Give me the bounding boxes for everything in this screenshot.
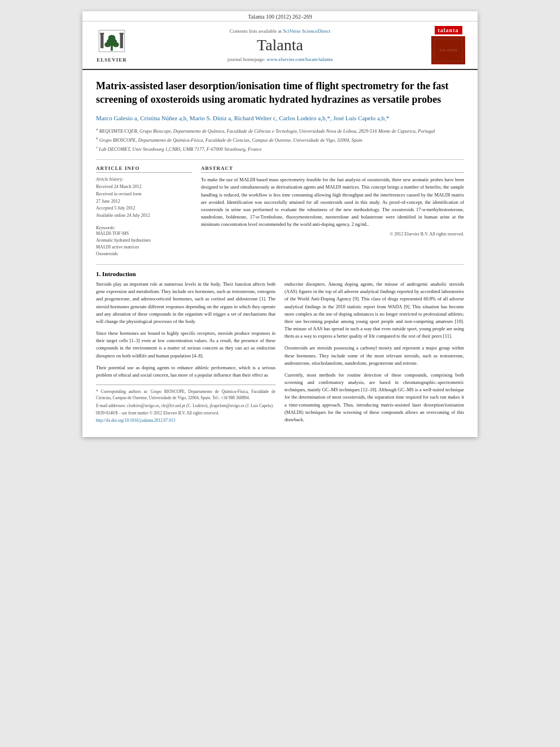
divider-2: [96, 264, 464, 265]
svg-text:TALANTA: TALANTA: [439, 48, 457, 53]
svg-point-4: [113, 42, 119, 47]
journal-reference: Talanta 100 (2012) 262–269: [248, 14, 312, 20]
affil-sup-a: a: [96, 127, 98, 132]
journal-page: Talanta 100 (2012) 262–269: [82, 11, 478, 437]
intro-number: 1.: [96, 270, 100, 277]
intro-right-col: endocrine disrupters. Among doping agent…: [285, 281, 464, 428]
sciverse-link[interactable]: SciVerse ScienceDirect: [283, 28, 330, 34]
intro-left-col: Steroids play an important role at numer…: [96, 281, 275, 428]
sciverse-line: Contents lists available at SciVerse Sci…: [134, 28, 426, 34]
affil-text-a: REQUIMTE/CQFB, Grupo Bioscope, Departame…: [99, 128, 435, 134]
elsevier-logo: ELSEVIER: [89, 28, 134, 63]
affil-text-c: Lab DECOMET, Univ Strasbourg 1,CNRS, UMR…: [99, 146, 261, 151]
affiliation-b: b Grupo BIOSCOPE, Departamento de Químic…: [96, 136, 464, 144]
abstract-text: To make the use of MALDI-based mass spec…: [201, 176, 464, 228]
intro-heading: 1. Introduction: [96, 270, 464, 277]
doi-link[interactable]: http://dx.doi.org/10.1016/j.talanta.2012…: [96, 418, 175, 423]
info-abstract-section: ARTICLE INFO Article history: Received 2…: [96, 165, 464, 257]
history-label: Article history:: [96, 176, 192, 184]
received-date: Received 24 March 2012: [96, 184, 192, 191]
article-info-label: ARTICLE INFO: [96, 165, 192, 173]
intro-right-para-3: Currently, most methods for routine dete…: [285, 372, 464, 423]
intro-right-para-1: endocrine disrupters. Among doping agent…: [285, 281, 464, 340]
svg-point-3: [104, 42, 111, 47]
keyword-3: MALDI active matrices: [96, 244, 192, 251]
journal-reference-bar: Talanta 100 (2012) 262–269: [82, 11, 478, 21]
affiliations: a REQUIMTE/CQFB, Grupo Bioscope, Departa…: [96, 127, 464, 152]
elsevier-tree-icon: [95, 28, 129, 56]
homepage-label: journal homepage:: [228, 56, 265, 62]
keyword-1: MALDI-TOF-MS: [96, 230, 192, 237]
affil-sup-b: b: [96, 136, 98, 141]
homepage-url[interactable]: www.elsevier.com/locate/talanta: [266, 56, 333, 62]
intro-right-para-2: Oxosteroids are steroids possessing a ca…: [285, 344, 464, 367]
affiliation-a: a REQUIMTE/CQFB, Grupo Bioscope, Departa…: [96, 127, 464, 135]
abstract-label: ABSTRACT: [201, 165, 464, 173]
introduction-section: 1. Introduction Steroids play an importa…: [96, 270, 464, 428]
keywords-label: Keywords:: [96, 225, 192, 230]
journal-banner: ELSEVIER Contents lists available at Sci…: [82, 21, 478, 70]
svg-rect-8: [120, 34, 123, 48]
sciverse-text: Contents lists available at: [230, 28, 282, 34]
footnote-corresponding: * Corresponding authors at: Grupo BIOSCO…: [96, 388, 275, 401]
intro-para-3: Their potential use as doping agents to …: [96, 364, 275, 379]
svg-rect-7: [100, 33, 104, 34]
available-date: Available online 24 July 2012: [96, 212, 192, 220]
affil-text-b: Grupo BIOSCOPE, Departamento de Química-…: [99, 137, 362, 143]
journal-title: Talanta: [134, 36, 426, 54]
talanta-badge: talanta: [435, 26, 462, 34]
affil-sup-c: c: [96, 145, 98, 150]
footnote-doi: http://dx.doi.org/10.1016/j.talanta.2012…: [96, 417, 275, 423]
intro-heading-text: Introduction: [102, 270, 136, 277]
svg-rect-1: [111, 46, 113, 51]
abstract-col: ABSTRACT To make the use of MALDI-based …: [201, 165, 464, 257]
authors-line: Marco Galesio a, Cristina Núñez a,b, Mar…: [96, 113, 464, 123]
affiliation-c: c Lab DECOMET, Univ Strasbourg 1,CNRS, U…: [96, 145, 464, 153]
article-title: Matrix-assisted laser desorption/ionisat…: [96, 79, 464, 107]
divider-1: [96, 159, 464, 160]
svg-rect-9: [120, 33, 124, 34]
footnotes: * Corresponding authors at: Grupo BIOSCO…: [96, 385, 275, 423]
footnote-issn: 0039-9140/$ – see front matter © 2012 El…: [96, 410, 275, 416]
article-info-col: ARTICLE INFO Article history: Received 2…: [96, 165, 192, 257]
talanta-cover-image: TALANTA: [431, 36, 465, 64]
keyword-2: Aromatic hydrated hydrazines: [96, 237, 192, 244]
history-label-text: Article history:: [96, 177, 124, 182]
intro-para-2: Since these hormones are bound to highly…: [96, 330, 275, 360]
elsevier-wordmark: ELSEVIER: [97, 57, 127, 63]
article-history: Article history: Received 24 March 2012 …: [96, 176, 192, 220]
journal-center: Contents lists available at SciVerse Sci…: [134, 28, 426, 62]
intro-para-1: Steroids play an important role at numer…: [96, 281, 275, 325]
keywords-section: Keywords: MALDI-TOF-MS Aromatic hydrated…: [96, 225, 192, 257]
keywords-label-text: Keywords:: [96, 225, 115, 230]
authors-text: Marco Galesio a, Cristina Núñez a,b, Mar…: [96, 115, 389, 121]
copyright-line: © 2012 Elsevier B.V. All rights reserved…: [201, 231, 464, 237]
revised-date: 27 June 2012: [96, 198, 192, 206]
accepted-date: Accepted 5 July 2012: [96, 205, 192, 212]
footnote-email: E-mail addresses: clodeiro@uvigo.es, cle…: [96, 403, 275, 409]
homepage-line: journal homepage: www.elsevier.com/locat…: [134, 56, 426, 62]
svg-point-5: [108, 35, 116, 41]
received-revised-label: Received in revised form: [96, 191, 192, 198]
keyword-4: Oxosteroids: [96, 251, 192, 257]
talanta-logo-box: talanta TALANTA: [426, 26, 471, 64]
svg-rect-6: [100, 34, 103, 48]
intro-body: Steroids play an important role at numer…: [96, 281, 464, 428]
main-content: Matrix-assisted laser desorption/ionisat…: [82, 70, 478, 437]
